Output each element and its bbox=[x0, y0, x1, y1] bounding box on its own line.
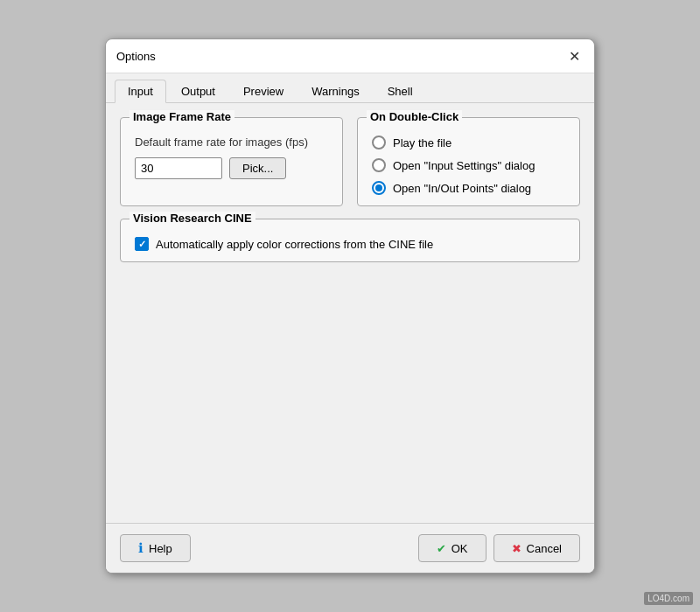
frame-rate-content: Default frame rate for images (fps) Pick… bbox=[135, 136, 328, 179]
help-button[interactable]: ℹ Help bbox=[120, 534, 191, 562]
cancel-label: Cancel bbox=[527, 542, 562, 555]
title-bar: Options ✕ bbox=[106, 39, 594, 73]
pick-button[interactable]: Pick... bbox=[229, 157, 286, 179]
cine-checkbox[interactable] bbox=[135, 237, 149, 251]
image-frame-rate-title: Image Frame Rate bbox=[130, 110, 234, 123]
image-frame-rate-group: Image Frame Rate Default frame rate for … bbox=[120, 117, 343, 206]
content-area: Image Frame Rate Default frame rate for … bbox=[106, 103, 594, 523]
watermark: LO4D.com bbox=[644, 592, 693, 605]
radio-play-file-label: Play the file bbox=[393, 136, 452, 150]
help-label: Help bbox=[149, 542, 172, 555]
cancel-button[interactable]: ✖ Cancel bbox=[494, 534, 580, 562]
double-click-content: Play the file Open "Input Settings" dial… bbox=[372, 136, 565, 195]
ok-label: OK bbox=[452, 542, 468, 555]
footer-right: ✔ OK ✖ Cancel bbox=[418, 534, 580, 562]
tab-output[interactable]: Output bbox=[168, 80, 228, 103]
radio-input-settings-label: Open "Input Settings" dialog bbox=[393, 159, 535, 172]
vision-cine-group: Vision Research CINE Automatically apply… bbox=[120, 219, 580, 262]
radio-group: Play the file Open "Input Settings" dial… bbox=[372, 136, 565, 195]
tab-bar: Input Output Preview Warnings Shell bbox=[106, 73, 594, 103]
radio-inout-points[interactable]: Open "In/Out Points" dialog bbox=[372, 181, 565, 195]
dialog-title: Options bbox=[116, 50, 156, 63]
vision-cine-content: Automatically apply color corrections fr… bbox=[135, 237, 565, 251]
frame-rate-input-row: Pick... bbox=[135, 157, 328, 179]
top-row: Image Frame Rate Default frame rate for … bbox=[120, 117, 580, 219]
frame-rate-label: Default frame rate for images (fps) bbox=[135, 136, 328, 149]
radio-inout-points-circle bbox=[372, 181, 386, 195]
radio-play-file[interactable]: Play the file bbox=[372, 136, 565, 150]
tab-preview[interactable]: Preview bbox=[230, 80, 297, 103]
help-icon: ℹ bbox=[138, 540, 144, 556]
double-click-title: On Double-Click bbox=[367, 110, 462, 123]
double-click-group: On Double-Click Play the file Open "Inpu… bbox=[357, 117, 580, 206]
tab-shell[interactable]: Shell bbox=[374, 80, 426, 103]
radio-input-settings[interactable]: Open "Input Settings" dialog bbox=[372, 158, 565, 172]
cancel-icon: ✖ bbox=[512, 542, 522, 555]
options-dialog: Options ✕ Input Output Preview Warnings … bbox=[105, 38, 595, 574]
tab-warnings[interactable]: Warnings bbox=[298, 80, 372, 103]
tab-input[interactable]: Input bbox=[115, 80, 166, 103]
cine-checkbox-label: Automatically apply color corrections fr… bbox=[156, 238, 433, 251]
vision-cine-title: Vision Research CINE bbox=[130, 212, 256, 225]
close-button[interactable]: ✕ bbox=[564, 46, 584, 66]
ok-icon: ✔ bbox=[437, 542, 446, 555]
cine-checkbox-item[interactable]: Automatically apply color corrections fr… bbox=[135, 237, 565, 251]
frame-rate-input[interactable] bbox=[135, 157, 222, 179]
radio-inout-points-label: Open "In/Out Points" dialog bbox=[393, 182, 531, 195]
radio-play-file-circle bbox=[372, 136, 386, 150]
dialog-footer: ℹ Help ✔ OK ✖ Cancel bbox=[106, 523, 594, 573]
radio-input-settings-circle bbox=[372, 158, 386, 172]
ok-button[interactable]: ✔ OK bbox=[418, 534, 486, 562]
footer-left: ℹ Help bbox=[120, 534, 191, 562]
